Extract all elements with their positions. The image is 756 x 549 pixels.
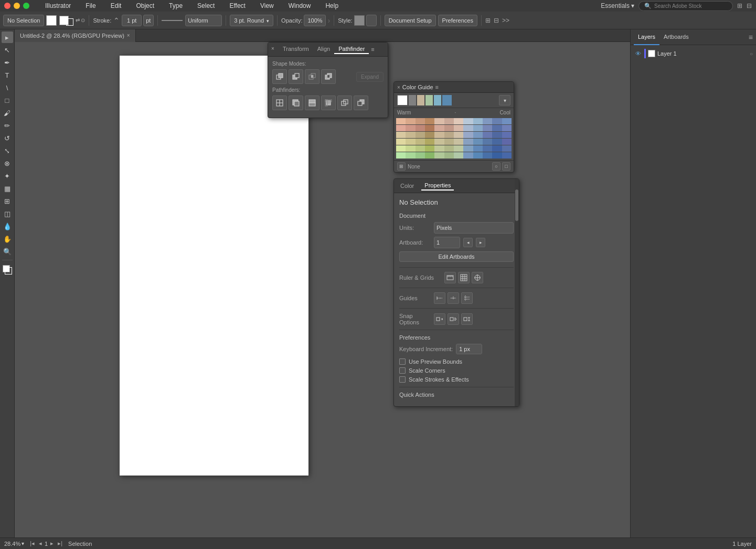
tool-direct-select[interactable]: ↖: [2, 44, 13, 56]
cg-swatch-gray[interactable]: [409, 95, 416, 105]
cg-cell[interactable]: [425, 139, 434, 145]
cg-cell[interactable]: [463, 125, 473, 131]
cg-cell[interactable]: [492, 145, 502, 152]
cg-square-btn[interactable]: □: [502, 162, 510, 171]
cg-cell[interactable]: [444, 152, 454, 159]
intersect-btn[interactable]: [305, 69, 320, 84]
cg-cell[interactable]: [444, 132, 454, 138]
guide1-icon-btn[interactable]: [434, 292, 445, 304]
cg-cell[interactable]: [416, 125, 425, 131]
close-dot[interactable]: [4, 3, 10, 9]
tool-symbol-sprayer[interactable]: ✦: [2, 170, 13, 182]
cg-cell[interactable]: [463, 139, 473, 145]
cg-swatch-blue1[interactable]: [434, 95, 441, 105]
exclude-btn[interactable]: [321, 69, 336, 84]
tab-pathfinder[interactable]: Pathfinder: [334, 45, 369, 54]
tab-properties[interactable]: Properties: [421, 181, 454, 191]
nav-last-btn[interactable]: ▸|: [56, 540, 64, 547]
cg-cell[interactable]: [483, 118, 492, 124]
panel-arrange-icon[interactable]: ⊞: [737, 2, 742, 9]
guide2-icon-btn[interactable]: [448, 292, 459, 304]
nav-next-btn[interactable]: ▸: [49, 540, 55, 547]
menu-select[interactable]: Select: [194, 1, 218, 10]
menu-illustrator[interactable]: Illustrator: [42, 1, 74, 10]
cg-cell[interactable]: [483, 139, 492, 145]
cg-cell[interactable]: [396, 118, 406, 124]
cg-cell[interactable]: [483, 152, 492, 159]
scale-corners-checkbox[interactable]: [399, 367, 406, 374]
unite-btn[interactable]: [272, 69, 287, 84]
cg-cell[interactable]: [492, 132, 502, 138]
color-guide-close[interactable]: ×: [397, 85, 400, 90]
cg-cell[interactable]: [425, 145, 434, 152]
cg-cell[interactable]: [473, 118, 483, 124]
cg-cell[interactable]: [502, 118, 512, 124]
cg-cell[interactable]: [425, 132, 434, 138]
cg-cell[interactable]: [396, 145, 406, 152]
stroke-value-input[interactable]: [122, 15, 142, 26]
cg-cell[interactable]: [473, 152, 483, 159]
layers-panel-menu[interactable]: ≡: [749, 33, 753, 41]
tab-color[interactable]: Color: [397, 182, 417, 190]
grid-icon-btn[interactable]: [458, 272, 470, 283]
cg-cell[interactable]: [416, 152, 425, 159]
cg-cell[interactable]: [463, 152, 473, 159]
document-setup-button[interactable]: Document Setup: [385, 15, 436, 26]
ruler-icon-btn[interactable]: [444, 272, 456, 283]
cg-cell[interactable]: [416, 132, 425, 138]
tool-mesh[interactable]: ⊞: [2, 195, 13, 207]
cg-cell[interactable]: [454, 152, 463, 159]
minus-front-btn[interactable]: [289, 69, 303, 84]
pathfinder-panel-menu[interactable]: ≡: [371, 46, 374, 52]
panel-toggle[interactable]: ⊟: [494, 17, 499, 24]
trim-btn[interactable]: [289, 96, 303, 110]
cg-cell[interactable]: [444, 118, 454, 124]
layer-visibility-toggle[interactable]: 👁: [634, 49, 642, 58]
tool-line[interactable]: \: [2, 82, 13, 93]
cg-cell[interactable]: [454, 145, 463, 152]
menu-object[interactable]: Object: [133, 1, 157, 10]
brush-selector[interactable]: 3 pt. Round: [230, 15, 273, 26]
cg-grid-icon[interactable]: ⊞: [397, 162, 406, 171]
cg-cell[interactable]: [463, 132, 473, 138]
cg-cell[interactable]: [416, 145, 425, 152]
doc-tab-close[interactable]: ×: [127, 33, 130, 38]
properties-scrollbar[interactable]: [515, 179, 519, 406]
guide3-icon-btn[interactable]: [461, 292, 473, 304]
cg-cell[interactable]: [492, 139, 502, 145]
tab-transform[interactable]: Transform: [279, 45, 313, 54]
tab-artboards[interactable]: Artboards: [659, 29, 693, 45]
tool-pen[interactable]: ✒: [2, 57, 13, 68]
tool-brush[interactable]: 🖌: [2, 107, 13, 119]
menu-type[interactable]: Type: [166, 1, 186, 10]
cg-cell[interactable]: [492, 118, 502, 124]
cg-dropdown-btn[interactable]: ▾: [499, 95, 510, 105]
cg-cell[interactable]: [434, 118, 444, 124]
swap-icon[interactable]: ⇄: [76, 17, 80, 23]
artboard-select[interactable]: 1: [434, 237, 460, 248]
cg-cell[interactable]: [416, 118, 425, 124]
menu-window[interactable]: Window: [285, 1, 314, 10]
workspace-icon[interactable]: ⊟: [747, 2, 752, 9]
tab-align[interactable]: Align: [313, 45, 334, 54]
merge-btn[interactable]: [305, 96, 320, 110]
cg-cell[interactable]: [473, 132, 483, 138]
tool-hand[interactable]: ✋: [2, 233, 13, 245]
adobe-stock-search[interactable]: 🔍 Search Adobe Stock: [638, 1, 733, 11]
arrange-icons[interactable]: ⊞: [485, 17, 491, 24]
cg-cell[interactable]: [454, 125, 463, 131]
fill-stroke-indicator[interactable]: [2, 264, 13, 276]
cg-cell[interactable]: [396, 152, 406, 159]
cg-cell[interactable]: [434, 152, 444, 159]
minimize-dot[interactable]: [14, 3, 20, 9]
snap3-icon-btn[interactable]: [461, 313, 473, 325]
menu-effect[interactable]: Effect: [226, 1, 248, 10]
cg-cell[interactable]: [425, 118, 434, 124]
cg-cell[interactable]: [492, 125, 502, 131]
cg-cell[interactable]: [434, 125, 444, 131]
cg-cell[interactable]: [416, 139, 425, 145]
cg-cell[interactable]: [502, 125, 512, 131]
tool-type[interactable]: T: [2, 69, 13, 81]
snap2-icon-btn[interactable]: [448, 313, 459, 325]
cg-cell[interactable]: [406, 152, 415, 159]
